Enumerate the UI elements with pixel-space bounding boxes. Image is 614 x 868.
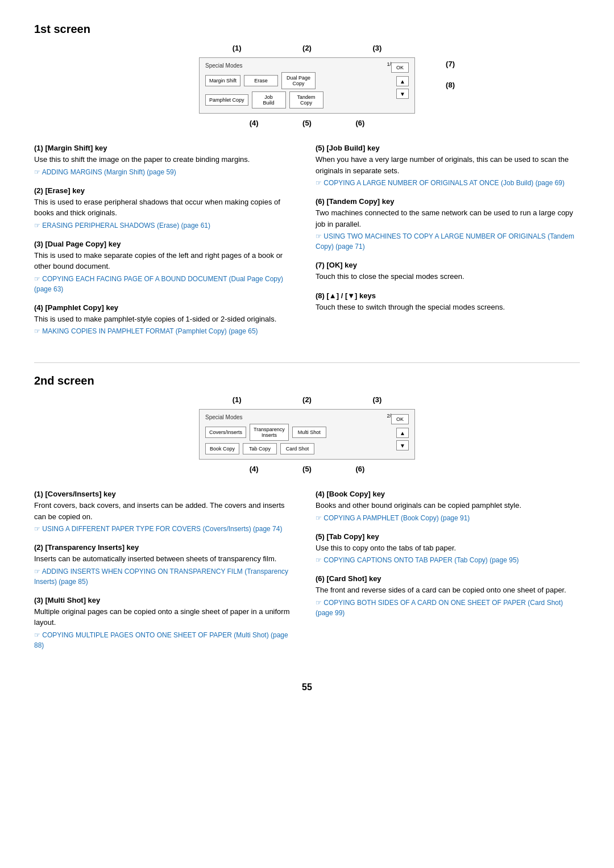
item-transparency-inserts-link[interactable]: ☞ ADDING INSERTS WHEN COPYING ON TRANSPA… (34, 566, 298, 587)
btn-transparency-inserts[interactable]: Transparency Inserts (250, 424, 289, 441)
btn-covers-inserts[interactable]: Covers/Inserts (205, 427, 246, 438)
diag1-ok[interactable]: OK (391, 62, 409, 73)
item-card-shot-link[interactable]: ☞ COPYING BOTH SIDES OF A CARD ON ONE SH… (316, 598, 580, 618)
item-tab-copy: (5) [Tab Copy] key Use this to copy onto… (316, 532, 580, 566)
item-nav-keys-title: (8) [▲] / [▼] keys (316, 291, 580, 300)
item-nav-keys-text: Touch these to switch through the specia… (316, 302, 580, 313)
screen1-section: 1st screen (1) (2) (3) Special Modes 1/4… (34, 23, 580, 345)
item-covers-inserts: (1) [Covers/Inserts] key Front covers, b… (34, 490, 298, 534)
item-tab-copy-link[interactable]: ☞ COPYING CAPTIONS ONTO TAB PAPER (Tab C… (316, 555, 580, 565)
screen2-diagram-box: Special Modes 2/4 OK ▲ ▼ Covers/Inserts … (199, 409, 415, 460)
label-8-right: (8) (446, 81, 455, 89)
item-job-build-title: (5) [Job Build] key (316, 144, 580, 152)
item-tandem-copy-link[interactable]: ☞ USING TWO MACHINES TO COPY A LARGE NUM… (316, 231, 580, 252)
item-dual-page: (3) [Dual Page Copy] key This is used to… (34, 240, 298, 294)
item-tandem-copy-text: Two machines connected to the same netwo… (316, 207, 580, 229)
item-transparency-inserts-text: Inserts can be automatically inserted be… (34, 553, 298, 565)
btn-multi-shot[interactable]: Multi Shot (292, 427, 326, 438)
item-margin-shift-link[interactable]: ☞ ADDING MARGINS (Margin Shift) (page 59… (34, 167, 298, 177)
item-erase: (2) [Erase] key This is used to erase pe… (34, 186, 298, 231)
diag2-up[interactable]: ▲ (396, 428, 409, 438)
item-tandem-copy: (6) [Tandem Copy] key Two machines conne… (316, 197, 580, 252)
btn-pamphlet-copy[interactable]: Pamphlet Copy (205, 94, 248, 106)
btn-job-build[interactable]: Job Build (252, 91, 286, 108)
screen1-title: 1st screen (34, 23, 580, 36)
item-pamphlet-copy-link[interactable]: ☞ MAKING COPIES IN PAMPHLET FORMAT (Pamp… (34, 326, 298, 336)
screen2-right-col: (4) [Book Copy] key Books and other boun… (316, 490, 580, 660)
btn-book-copy[interactable]: Book Copy (205, 443, 239, 454)
btn-erase[interactable]: Erase (244, 75, 278, 86)
item-dual-page-title: (3) [Dual Page Copy] key (34, 240, 298, 248)
screen1-left-col: (1) [Margin Shift] key Use this to shift… (34, 144, 298, 345)
item-covers-inserts-text: Front covers, back covers, and inserts c… (34, 500, 298, 522)
item-multi-shot-text: Multiple original pages can be copied on… (34, 606, 298, 628)
item-pamphlet-copy-title: (4) [Pamphlet Copy] key (34, 303, 298, 312)
screen2-content: (1) [Covers/Inserts] key Front covers, b… (34, 490, 580, 660)
diag2-ok[interactable]: OK (391, 414, 409, 424)
label-2-top: (2) (302, 44, 312, 52)
label-1-top: (1) (233, 44, 242, 52)
label2-1-top: (1) (233, 395, 242, 404)
item-pamphlet-copy: (4) [Pamphlet Copy] key This is used to … (34, 303, 298, 337)
btn-card-shot[interactable]: Card Shot (280, 443, 314, 454)
diag1-title: Special Modes (205, 62, 409, 69)
btn-margin-shift[interactable]: Margin Shift (205, 75, 240, 86)
label2-3-top: (3) (372, 395, 381, 404)
item-covers-inserts-link[interactable]: ☞ USING A DIFFERENT PAPER TYPE FOR COVER… (34, 524, 298, 534)
diag2-down[interactable]: ▼ (396, 440, 409, 450)
item-nav-keys: (8) [▲] / [▼] keys Touch these to switch… (316, 291, 580, 313)
screen2-title: 2nd screen (34, 374, 580, 387)
label2-6-bot: (6) (355, 465, 364, 473)
item-pamphlet-copy-text: This is used to make pamphlet-style copi… (34, 314, 298, 325)
diag1-up[interactable]: ▲ (396, 76, 409, 86)
item-tab-copy-title: (5) [Tab Copy] key (316, 532, 580, 541)
item-job-build-text: When you have a very large number of ori… (316, 154, 580, 176)
item-multi-shot-title: (3) [Multi Shot] key (34, 596, 298, 604)
label-4-bot: (4) (250, 119, 259, 127)
item-margin-shift: (1) [Margin Shift] key Use this to shift… (34, 144, 298, 177)
item-tab-copy-text: Use this to copy onto the tabs of tab pa… (316, 542, 580, 554)
item-transparency-inserts-title: (2) [Transparency Inserts] key (34, 543, 298, 552)
item-card-shot: (6) [Card Shot] key The front and revers… (316, 574, 580, 618)
screen1-content: (1) [Margin Shift] key Use this to shift… (34, 144, 580, 345)
item-book-copy-link[interactable]: ☞ COPYING A PAMPHLET (Book Copy) (page 9… (316, 513, 580, 523)
item-job-build: (5) [Job Build] key When you have a very… (316, 144, 580, 188)
screen1-diagram: (1) (2) (3) Special Modes 1/4 OK ▲ ▼ Mar… (34, 41, 580, 130)
item-dual-page-link[interactable]: ☞ COPYING EACH FACING PAGE OF A BOUND DO… (34, 274, 298, 294)
item-tandem-copy-title: (6) [Tandem Copy] key (316, 197, 580, 206)
section-divider (34, 362, 580, 363)
label2-4-bot: (4) (250, 465, 259, 473)
item-book-copy-text: Books and other bound originals can be c… (316, 500, 580, 511)
item-multi-shot-link[interactable]: ☞ COPYING MULTIPLE PAGES ONTO ONE SHEET … (34, 630, 298, 650)
item-card-shot-title: (6) [Card Shot] key (316, 574, 580, 583)
diag2-title: Special Modes (205, 414, 409, 420)
label-7-right: (7) (446, 60, 455, 68)
label-3-top: (3) (372, 44, 381, 52)
screen2-diagram: (1) (2) (3) Special Modes 2/4 OK ▲ ▼ Cov… (34, 393, 580, 475)
btn-tab-copy[interactable]: Tab Copy (243, 443, 277, 454)
label-5-bot: (5) (302, 119, 312, 127)
item-erase-link[interactable]: ☞ ERASING PERIPHERAL SHADOWS (Erase) (pa… (34, 220, 298, 231)
item-ok-key-text: Touch this to close the special modes sc… (316, 271, 580, 282)
screen1-right-col: (5) [Job Build] key When you have a very… (316, 144, 580, 345)
diag1-down[interactable]: ▼ (396, 89, 409, 99)
item-dual-page-text: This is used to make separate copies of … (34, 250, 298, 272)
btn-dual-page[interactable]: Dual Page Copy (281, 72, 316, 89)
screen2-left-col: (1) [Covers/Inserts] key Front covers, b… (34, 490, 298, 660)
item-erase-text: This is used to erase peripheral shadows… (34, 197, 298, 219)
label2-5-bot: (5) (302, 465, 312, 473)
item-margin-shift-text: Use this to shift the image on the paper… (34, 154, 298, 165)
item-margin-shift-title: (1) [Margin Shift] key (34, 144, 298, 152)
label2-2-top: (2) (302, 395, 312, 404)
item-job-build-link[interactable]: ☞ COPYING A LARGE NUMBER OF ORIGINALS AT… (316, 178, 580, 188)
screen2-section: 2nd screen (1) (2) (3) Special Modes 2/4… (34, 374, 580, 660)
item-book-copy: (4) [Book Copy] key Books and other boun… (316, 490, 580, 523)
item-transparency-inserts: (2) [Transparency Inserts] key Inserts c… (34, 543, 298, 587)
item-erase-title: (2) [Erase] key (34, 186, 298, 195)
item-multi-shot: (3) [Multi Shot] key Multiple original p… (34, 596, 298, 650)
screen1-diagram-box: Special Modes 1/4 OK ▲ ▼ Margin Shift Er… (199, 57, 415, 114)
item-covers-inserts-title: (1) [Covers/Inserts] key (34, 490, 298, 498)
item-ok-key-title: (7) [OK] key (316, 261, 580, 269)
btn-tandem-copy[interactable]: Tandem Copy (289, 91, 323, 108)
item-book-copy-title: (4) [Book Copy] key (316, 490, 580, 498)
